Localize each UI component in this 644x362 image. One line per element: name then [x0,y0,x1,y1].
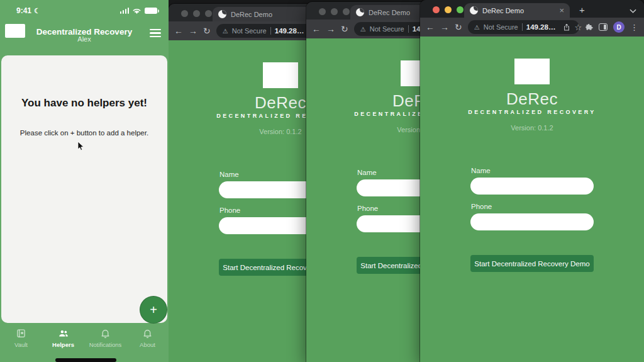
name-label: Name [219,171,239,178]
forward-icon[interactable]: → [326,25,335,33]
status-time: 9:41 [16,6,31,15]
tab-title: DeRec Demo [231,11,272,18]
divider [408,25,409,33]
bookmark-star-icon[interactable]: ☆ [574,23,582,31]
tab-item-about[interactable]: About [126,328,169,362]
reload-icon[interactable]: ↻ [455,23,462,31]
zoom-window-button[interactable] [457,6,464,13]
security-label: Not Secure [232,27,267,35]
name-label: Name [357,169,377,176]
zoom-window-button[interactable] [205,10,212,17]
back-icon[interactable]: ← [426,23,435,31]
phone-label: Phone [219,206,240,214]
derec-tagline: Decentralized Recovery [420,109,644,115]
helpers-icon [58,328,69,339]
status-bar: 9:41 ☾ [0,0,169,19]
tab-title: DeRec Demo [482,7,524,14]
profile-avatar[interactable]: D [613,21,625,33]
url-text: 149.28… [275,27,304,35]
helpers-empty-state: You have no helpers yet! Please click on… [1,55,167,323]
tab-item-notifications[interactable]: Notifications [84,328,126,362]
phone-app: 9:41 ☾ Decentralized Recovery Alex You h… [0,0,169,362]
reload-icon[interactable]: ↻ [203,26,211,35]
moon-icon: ☾ [34,7,40,15]
chevron-down-icon[interactable] [630,9,636,13]
tab-title: DeRec Demo [369,9,410,16]
derec-page: DeRec Decentralized Recovery Version: 0.… [420,37,644,362]
bottom-tab-bar: Vault Helpers Notifications About [0,323,169,362]
screen: 9:41 ☾ Decentralized Recovery Alex You h… [0,0,644,362]
derec-favicon [470,6,478,14]
tab-label: Notifications [89,341,122,348]
browser-toolbar: ← → ↻ ⚠ Not Secure 149.28… ☆ D ⋮ [420,18,644,37]
start-demo-button[interactable]: Start Decentralized Recovery Demo [470,255,594,272]
warning-icon: ⚠ [474,24,480,31]
tab-label: About [140,341,155,348]
close-tab-icon[interactable]: × [559,6,564,14]
traffic-lights [433,6,464,13]
zoom-window-button[interactable] [343,8,350,15]
tab-label: Vault [14,341,28,348]
minimize-window-button[interactable] [193,10,200,17]
tab-label: Helpers [52,341,74,348]
phone-input[interactable] [470,213,594,230]
add-helper-fab[interactable]: + [140,296,167,324]
new-tab-button[interactable]: + [579,4,585,15]
minimize-window-button[interactable] [445,6,452,13]
name-label: Name [471,167,491,174]
security-label: Not Secure [370,25,404,33]
derec-logo [263,62,298,88]
mouse-cursor [77,141,85,152]
url-text: 149.28… [526,23,556,31]
derec-app-name: DeRec [420,89,644,109]
traffic-lights [181,10,212,17]
phone-label: Phone [357,205,378,212]
share-icon[interactable] [563,23,570,31]
vault-icon [16,328,26,339]
forward-icon[interactable]: → [189,26,197,35]
battery-icon [145,8,157,14]
divider [270,27,271,35]
forward-icon[interactable]: → [440,23,449,31]
address-bar[interactable]: ⚠ Not Secure 149.28… ☆ [468,20,579,34]
app-title: Decentralized Recovery [0,19,169,37]
name-input[interactable] [470,178,594,195]
app-header: Decentralized Recovery Alex [0,19,169,55]
browser-window-3: DeRec Demo × + ← → ↻ ⚠ Not Secure 149.28… [420,0,644,362]
security-label: Not Secure [484,23,518,31]
traffic-lights [319,8,350,15]
tab-item-helpers[interactable]: Helpers [42,328,84,362]
derec-logo [514,59,550,84]
close-window-button[interactable] [181,10,188,17]
wifi-icon [132,8,142,14]
browser-tab[interactable]: DeRec Demo × [464,3,570,18]
derec-favicon [218,10,226,18]
derec-favicon [356,8,364,16]
back-icon[interactable]: ← [312,25,321,33]
warning-icon: ⚠ [360,26,366,33]
tab-item-vault[interactable]: Vault [0,328,42,362]
back-icon[interactable]: ← [174,26,183,35]
bell-icon [100,328,111,339]
empty-state-heading: You have no helpers yet! [1,55,167,110]
minimize-window-button[interactable] [331,8,338,15]
warning-icon: ⚠ [223,28,228,35]
browser-tab[interactable]: DeRec Demo × [213,7,318,21]
extensions-icon[interactable] [585,23,593,31]
app-logo [5,24,25,38]
phone-label: Phone [471,203,492,210]
close-window-button[interactable] [319,8,326,15]
side-panel-icon[interactable] [599,23,608,31]
close-window-button[interactable] [433,6,440,13]
home-indicator[interactable] [55,358,116,362]
user-name: Alex [0,35,169,43]
bell-icon [142,328,153,339]
hamburger-menu-icon[interactable] [150,29,161,39]
tab-strip: DeRec Demo × + [420,0,644,18]
browser-menu-icon[interactable]: ⋮ [630,23,638,32]
derec-version: Version: 0.1.2 [420,124,644,132]
cell-signal-icon [120,8,130,14]
empty-state-instruction: Please click on + button to add a helper… [1,129,167,137]
divider [522,23,523,31]
reload-icon[interactable]: ↻ [341,25,348,33]
